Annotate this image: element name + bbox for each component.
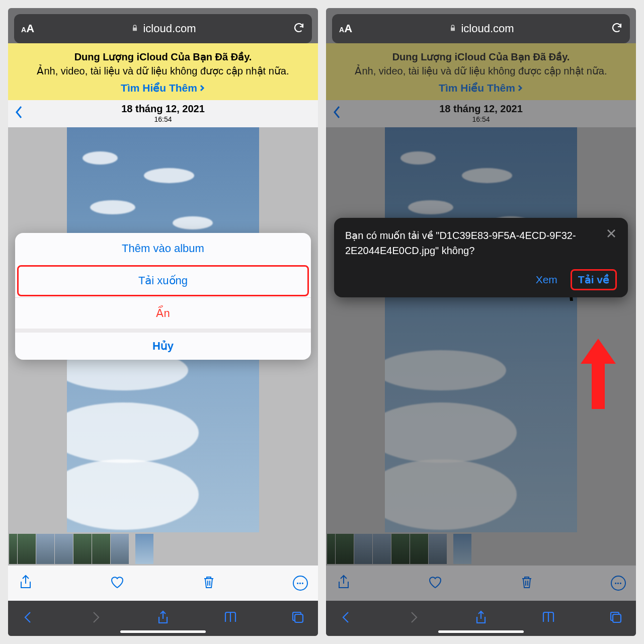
annotation-arrow bbox=[581, 339, 616, 411]
domain-text: icloud.com bbox=[461, 22, 514, 35]
heart-icon[interactable] bbox=[428, 575, 443, 592]
nav-forward-icon bbox=[89, 610, 103, 626]
photo-viewer[interactable] bbox=[326, 127, 636, 532]
svg-rect-1 bbox=[613, 614, 621, 622]
photo-time: 16:54 bbox=[342, 115, 620, 123]
text-size-button[interactable]: AA bbox=[339, 22, 352, 35]
photo-header: 18 tháng 12, 2021 16:54 bbox=[326, 100, 636, 127]
phone-left: AA icloud.com Dung Lượng iCloud Của Bạn … bbox=[8, 8, 318, 636]
lock-icon bbox=[449, 22, 457, 35]
photo-header: 18 tháng 12, 2021 16:54 bbox=[8, 100, 318, 127]
sheet-download[interactable]: Tải xuống bbox=[17, 265, 309, 296]
photo-date: 18 tháng 12, 2021 bbox=[24, 103, 302, 115]
thumbnail-strip[interactable] bbox=[8, 532, 318, 566]
tabs-icon[interactable] bbox=[291, 610, 305, 626]
share-icon[interactable] bbox=[336, 575, 351, 592]
url-display[interactable]: icloud.com bbox=[352, 22, 611, 35]
trash-icon[interactable] bbox=[519, 575, 534, 592]
photo-toolbar: ••• bbox=[8, 566, 318, 601]
browser-share-icon[interactable] bbox=[156, 610, 170, 626]
nav-back-icon[interactable] bbox=[339, 610, 353, 626]
nav-back-icon[interactable] bbox=[21, 610, 35, 626]
trash-icon[interactable] bbox=[201, 575, 216, 592]
thumbnail-strip[interactable] bbox=[326, 532, 636, 566]
nav-forward-icon bbox=[407, 610, 421, 626]
sheet-add-to-album[interactable]: Thêm vào album bbox=[15, 233, 311, 264]
bookmarks-icon[interactable] bbox=[223, 610, 237, 626]
text-size-button[interactable]: AA bbox=[21, 22, 34, 35]
share-icon[interactable] bbox=[18, 575, 33, 592]
bookmarks-icon[interactable] bbox=[541, 610, 555, 626]
dialog-message: Bạn có muốn tải về "D1C39E83-9F5A-4ECD-9… bbox=[345, 228, 600, 258]
close-icon[interactable] bbox=[606, 228, 617, 258]
content-area: Thêm vào album Tải xuống Ẩn Hủy bbox=[8, 127, 318, 532]
action-sheet: Thêm vào album Tải xuống Ẩn Hủy bbox=[15, 233, 311, 360]
address-bar: AA icloud.com bbox=[14, 14, 312, 43]
sheet-hide[interactable]: Ẩn bbox=[15, 297, 311, 329]
domain-text: icloud.com bbox=[143, 22, 196, 35]
more-icon[interactable]: ••• bbox=[293, 576, 308, 591]
tabs-icon[interactable] bbox=[609, 610, 623, 626]
photo-image bbox=[385, 127, 577, 532]
lock-icon bbox=[131, 22, 139, 35]
reload-icon[interactable] bbox=[611, 22, 623, 36]
photo-toolbar: ••• bbox=[326, 566, 636, 601]
banner-subtitle: Ảnh, video, tài liệu và dữ liệu không đư… bbox=[335, 64, 627, 78]
banner-learn-more-link[interactable]: Tìm Hiểu Thêm bbox=[121, 82, 205, 94]
svg-rect-0 bbox=[295, 614, 303, 622]
photo-date: 18 tháng 12, 2021 bbox=[342, 103, 620, 115]
banner-title: Dung Lượng iCloud Của Bạn Đã Đầy. bbox=[335, 50, 627, 63]
address-bar: AA icloud.com bbox=[332, 14, 630, 43]
reload-icon[interactable] bbox=[293, 22, 305, 36]
home-indicator bbox=[438, 630, 524, 633]
phone-right: AA icloud.com Dung Lượng iCloud Của Bạn … bbox=[326, 8, 636, 636]
dialog-download-button[interactable]: Tải về bbox=[571, 269, 617, 290]
storage-banner: Dung Lượng iCloud Của Bạn Đã Đầy. Ảnh, v… bbox=[8, 43, 318, 100]
url-display[interactable]: icloud.com bbox=[34, 22, 293, 35]
content-area: Bạn có muốn tải về "D1C39E83-9F5A-4ECD-9… bbox=[326, 127, 636, 532]
banner-subtitle: Ảnh, video, tài liệu và dữ liệu không đư… bbox=[17, 64, 309, 78]
back-button[interactable] bbox=[332, 105, 342, 121]
photo-time: 16:54 bbox=[24, 115, 302, 123]
download-dialog: Bạn có muốn tải về "D1C39E83-9F5A-4ECD-9… bbox=[334, 218, 628, 297]
storage-banner: Dung Lượng iCloud Của Bạn Đã Đầy. Ảnh, v… bbox=[326, 43, 636, 100]
dialog-view-button[interactable]: Xem bbox=[536, 274, 557, 286]
back-button[interactable] bbox=[14, 105, 24, 121]
banner-title: Dung Lượng iCloud Của Bạn Đã Đầy. bbox=[17, 50, 309, 63]
banner-learn-more-link[interactable]: Tìm Hiểu Thêm bbox=[439, 82, 523, 94]
browser-share-icon[interactable] bbox=[474, 610, 488, 626]
more-icon[interactable]: ••• bbox=[611, 576, 626, 591]
heart-icon[interactable] bbox=[110, 575, 125, 592]
sheet-cancel[interactable]: Hủy bbox=[15, 329, 311, 360]
home-indicator bbox=[120, 630, 206, 633]
